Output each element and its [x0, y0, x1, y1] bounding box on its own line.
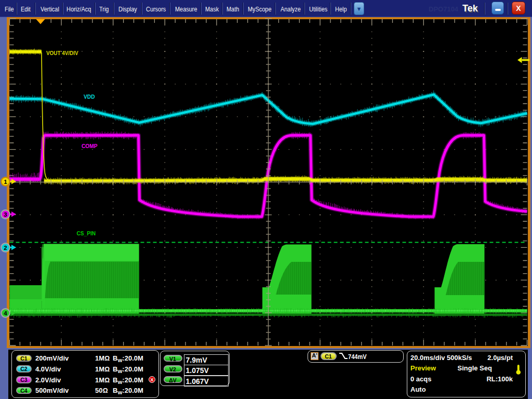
- svg-text:VOUT 4V/DIV: VOUT 4V/DIV: [46, 50, 78, 56]
- svg-text:3: 3: [4, 211, 7, 218]
- svg-text:4: 4: [4, 310, 7, 316]
- svg-text:1: 1: [4, 179, 7, 185]
- svg-text:COMP: COMP: [82, 143, 98, 149]
- svg-text:VDD: VDD: [84, 94, 95, 100]
- svg-text:2: 2: [4, 245, 7, 251]
- svg-text:CS_PIN: CS_PIN: [77, 230, 96, 236]
